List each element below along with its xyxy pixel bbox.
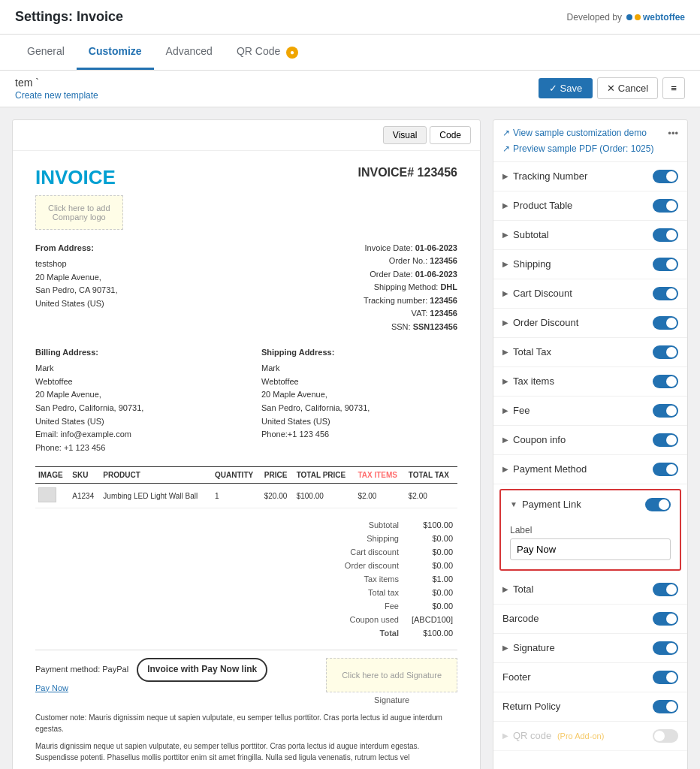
return-policy-toggle[interactable] — [653, 700, 678, 713]
footer-toggle[interactable] — [653, 671, 678, 684]
fee-label: Fee — [513, 405, 530, 416]
create-template-link[interactable]: Create new template — [15, 90, 98, 101]
coupon-info-toggle[interactable] — [653, 433, 678, 447]
page-title: Settings: Invoice — [15, 9, 123, 25]
menu-button[interactable]: ≡ — [662, 77, 685, 99]
signature-box[interactable]: Click here to add Signature — [326, 658, 457, 692]
payment-method-toggle[interactable] — [653, 463, 678, 476]
shipping-toggle[interactable] — [653, 258, 678, 271]
signature-label: Signature — [513, 642, 555, 653]
ssn-label: SSN: — [391, 322, 411, 331]
settings-links: ↗ View sample customization demo ••• ↗ P… — [493, 120, 687, 162]
external-link-icon-2: ↗ — [502, 143, 510, 154]
preview-pdf-link[interactable]: ↗ Preview sample PDF (Order: 1025) — [502, 143, 678, 154]
product-table-toggle[interactable] — [653, 199, 678, 213]
more-options-icon[interactable]: ••• — [668, 128, 678, 139]
tab-general[interactable]: General — [15, 35, 77, 70]
coupon-label: Coupon used — [327, 614, 402, 626]
chevron-down-icon[interactable]: ▼ — [510, 500, 517, 508]
tab-advanced[interactable]: Advanced — [154, 35, 225, 70]
customer-note: Customer note: Mauris dignissim neque ut… — [35, 712, 457, 734]
cancel-button[interactable]: ✕ Cancel — [597, 77, 658, 99]
tracking-number-label: Tracking number: — [364, 296, 427, 305]
payment-link-section: ▼ Payment Link Label — [499, 489, 681, 571]
payment-link-input[interactable] — [510, 538, 671, 560]
tracking-number-label: Tracking Number — [513, 170, 587, 182]
order-discount-toggle[interactable] — [653, 316, 678, 330]
code-view-button[interactable]: Code — [430, 126, 471, 144]
chevron-right-icon[interactable]: ▶ — [502, 260, 508, 268]
billing-label: Billing Address: — [35, 346, 231, 360]
main-content: Visual Code INVOICE Click here to addCom… — [0, 107, 700, 770]
company-logo-box[interactable]: Click here to addCompany logo — [35, 195, 123, 230]
chevron-right-icon[interactable]: ▶ — [502, 289, 508, 297]
cart-discount-toggle[interactable] — [653, 287, 678, 300]
subtotal-toggle[interactable] — [653, 228, 678, 242]
toggle-order-discount: ▶ Order Discount — [493, 309, 687, 338]
chevron-right-icon: ▶ — [502, 731, 508, 740]
chevron-right-icon[interactable]: ▶ — [502, 585, 508, 593]
chevron-right-icon[interactable]: ▶ — [502, 406, 508, 415]
col-total-price: TOTAL PRICE — [294, 467, 355, 484]
fee-label: Fee — [327, 600, 402, 612]
payment-method-label: Payment method: PayPal — [35, 665, 128, 674]
chevron-right-icon[interactable]: ▶ — [502, 231, 508, 239]
cart-discount-row: Cart discount $0.00 — [327, 546, 456, 558]
save-button[interactable]: ✓ Save — [539, 78, 593, 98]
tracking-number: 123456 — [430, 296, 457, 305]
payment-link-toggle[interactable] — [645, 498, 671, 511]
cell-price: $20.00 — [261, 484, 294, 508]
toolbar: tem ` Create new template ✓ Save ✕ Cance… — [0, 71, 700, 107]
shipping-name: Mark — [261, 363, 279, 372]
cell-tax-items: $2.00 — [355, 484, 405, 508]
col-price: PRICE — [261, 467, 294, 484]
view-demo-link[interactable]: ↗ View sample customization demo — [502, 128, 647, 138]
tax-items-toggle[interactable] — [653, 375, 678, 388]
cell-total-price: $100.00 — [294, 484, 355, 508]
chevron-right-icon[interactable]: ▶ — [502, 172, 508, 180]
chevron-right-icon[interactable]: ▶ — [502, 201, 508, 210]
ssn: SSN123456 — [413, 322, 457, 331]
visual-view-button[interactable]: Visual — [383, 126, 427, 144]
tab-customize[interactable]: Customize — [77, 35, 154, 70]
cell-sku: A1234 — [69, 484, 100, 508]
col-quantity: QUANTITY — [212, 467, 261, 484]
tax-items-row: Tax items $1.00 — [327, 573, 456, 585]
shipping-amount: $0.00 — [403, 532, 456, 544]
brand-dot-orange — [635, 14, 641, 20]
coupon-info-label: Coupon info — [513, 434, 566, 445]
chevron-right-icon[interactable]: ▶ — [502, 436, 508, 444]
tab-qr-code[interactable]: QR Code ● — [225, 35, 310, 70]
invoice-content: INVOICE Click here to addCompany logo IN… — [13, 151, 480, 770]
vat-label: VAT: — [412, 309, 428, 318]
chevron-right-icon[interactable]: ▶ — [502, 644, 508, 652]
chevron-right-icon[interactable]: ▶ — [502, 318, 508, 327]
shipping-label: Shipping Address: — [261, 346, 457, 360]
shipping-label2: Shipping — [327, 532, 402, 544]
chevron-right-icon[interactable]: ▶ — [502, 465, 508, 473]
chevron-right-icon[interactable]: ▶ — [502, 377, 508, 385]
billing-phone: Phone: +1 123 456 — [35, 443, 105, 452]
pro-badge: (Pro Add-on) — [557, 731, 604, 740]
totals-section: Subtotal $100.00 Shipping $0.00 Cart dis… — [35, 517, 457, 641]
nav-tabs: General Customize Advanced QR Code ● — [0, 35, 700, 71]
barcode-toggle[interactable] — [653, 612, 678, 626]
pay-now-link[interactable]: Pay Now — [35, 683, 68, 692]
chevron-right-icon[interactable]: ▶ — [502, 348, 508, 356]
signature-toggle[interactable] — [653, 641, 678, 655]
settings-panel: ↗ View sample customization demo ••• ↗ P… — [493, 119, 688, 770]
template-name: tem ` — [15, 77, 98, 89]
total-toggle[interactable] — [653, 583, 678, 596]
cell-product: Jumbing LED Light Wall Ball — [100, 484, 212, 508]
invoice-details: Invoice Date: 01-06-2023 Order No.: 1234… — [364, 242, 457, 334]
table-row: A1234 Jumbing LED Light Wall Ball 1 $20.… — [35, 484, 457, 508]
total-tax-toggle[interactable] — [653, 345, 678, 359]
view-toggle: Visual Code — [13, 120, 480, 151]
order-no-label: Order No.: — [389, 256, 427, 265]
brand-dot-blue — [626, 14, 632, 20]
tracking-number-toggle[interactable] — [653, 170, 678, 183]
qr-code-badge: ● — [286, 47, 298, 59]
return-policy-label: Return Policy — [502, 701, 560, 712]
fee-toggle[interactable] — [653, 404, 678, 418]
payment-link-header: ▼ Payment Link — [501, 490, 680, 519]
